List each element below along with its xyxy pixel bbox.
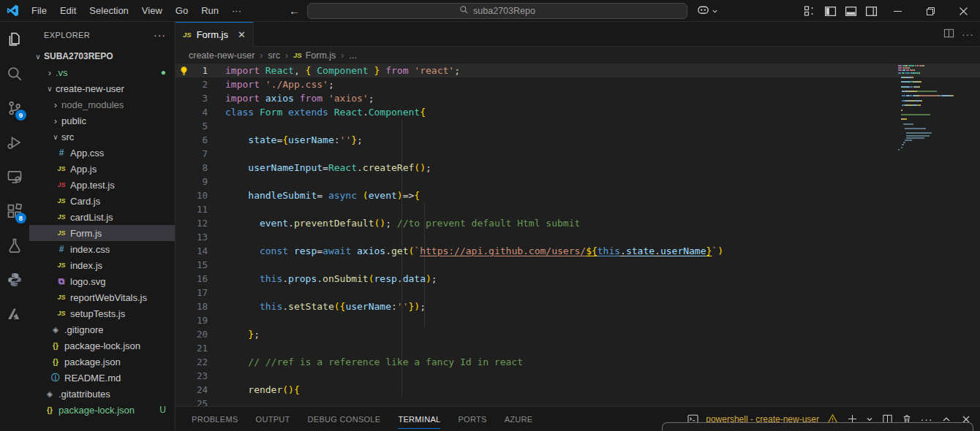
code-line-20[interactable]: 20 }; bbox=[176, 327, 980, 341]
tree-item-label: .gitignore bbox=[64, 324, 103, 335]
panel-tab-terminal[interactable]: TERMINAL bbox=[398, 409, 440, 429]
activity-explorer-icon[interactable] bbox=[0, 22, 29, 56]
activity-python-icon[interactable] bbox=[0, 262, 29, 297]
tree-item-label: cardList.js bbox=[70, 212, 113, 223]
back-arrow-icon[interactable]: ← bbox=[289, 4, 300, 17]
file-setuptestsjs[interactable]: JSsetupTests.js bbox=[29, 305, 175, 321]
panel-tab-output[interactable]: OUTPUT bbox=[256, 409, 290, 429]
code-line-24[interactable]: 24 render(){ bbox=[176, 383, 980, 397]
file-packagelockjson[interactable]: {}package-lock.jsonU bbox=[29, 402, 175, 418]
breadcrumb[interactable]: create-new-user›src›JSForm.js›... bbox=[176, 47, 980, 64]
menu-[interactable]: ··· bbox=[225, 3, 248, 18]
breadcrumb-item[interactable]: create-new-user bbox=[189, 50, 255, 61]
menu-edit[interactable]: Edit bbox=[53, 3, 83, 18]
file-cardlistjs[interactable]: JScardList.js bbox=[29, 209, 175, 225]
chevron-down-icon: ∨ bbox=[32, 53, 44, 61]
split-editor-icon[interactable] bbox=[943, 28, 954, 42]
code-editor[interactable]: 1import React, { Component } from 'react… bbox=[176, 64, 980, 406]
panel-tab-azure[interactable]: AZURE bbox=[505, 409, 533, 429]
code-line-22[interactable]: 22 // //ref is a reference like a fancy … bbox=[176, 355, 980, 369]
code-line-16[interactable]: 16 this.props.onSubmit(resp.data); bbox=[176, 272, 980, 286]
code-line-9[interactable]: 9 bbox=[176, 175, 980, 188]
file-indexjs[interactable]: JSindex.js bbox=[29, 257, 175, 273]
code-line-19[interactable]: 19 bbox=[176, 313, 980, 327]
folder-public[interactable]: ›public bbox=[29, 112, 175, 129]
file-reportwebvitalsjs[interactable]: JSreportWebVitals.js bbox=[29, 289, 175, 305]
menu-go[interactable]: Go bbox=[169, 3, 195, 18]
menu-selection[interactable]: Selection bbox=[83, 3, 135, 18]
restore-button[interactable] bbox=[914, 0, 947, 22]
breadcrumb-item[interactable]: ... bbox=[349, 50, 356, 61]
menu-run[interactable]: Run bbox=[195, 3, 225, 18]
code-text: import React, { Component } from 'react'… bbox=[208, 64, 460, 77]
code-line-8[interactable]: 8 userNameInput=React.createRef(); bbox=[176, 161, 980, 175]
panel-tab-problems[interactable]: PROBLEMS bbox=[192, 409, 238, 429]
folder-nodemodules[interactable]: ›node_modules bbox=[29, 96, 175, 112]
activity-search-icon[interactable] bbox=[0, 56, 29, 91]
code-line-13[interactable]: 13 bbox=[176, 230, 980, 244]
code-line-6[interactable]: 6 state={userName:''}; bbox=[176, 133, 980, 147]
file-cardjs[interactable]: JSCard.js bbox=[29, 193, 175, 209]
lightbulb-icon[interactable] bbox=[176, 64, 192, 77]
close-window-button[interactable] bbox=[947, 0, 980, 22]
toggle-primary-sidebar-icon[interactable] bbox=[820, 1, 840, 20]
file-appcss[interactable]: #App.css bbox=[29, 145, 175, 161]
tab-close-icon[interactable]: ✕ bbox=[238, 29, 246, 40]
code-line-11[interactable]: 11 bbox=[176, 202, 980, 216]
file-indexcss[interactable]: #index.css bbox=[29, 241, 175, 257]
file-appjs[interactable]: JSApp.js bbox=[29, 161, 175, 177]
code-line-3[interactable]: 3import axios from 'axios'; bbox=[176, 91, 980, 105]
code-line-1[interactable]: 1import React, { Component } from 'react… bbox=[176, 64, 980, 77]
file-readmemd[interactable]: ⓘREADME.md bbox=[29, 370, 175, 386]
extensions-badge: 8 bbox=[15, 213, 26, 224]
file-formjs[interactable]: JSForm.js bbox=[29, 225, 175, 241]
activity-azure-icon[interactable] bbox=[0, 297, 29, 331]
file-gitignore[interactable]: ◈.gitignore bbox=[29, 321, 175, 337]
code-line-14[interactable]: 14 const resp=await axios.get(`https://a… bbox=[176, 244, 980, 258]
code-line-18[interactable]: 18 this.setState({userName:''}); bbox=[176, 300, 980, 313]
toggle-secondary-sidebar-icon[interactable] bbox=[861, 1, 881, 20]
panel-tab-ports[interactable]: PORTS bbox=[458, 409, 486, 429]
code-line-7[interactable]: 7 bbox=[176, 147, 980, 161]
minimize-button[interactable] bbox=[881, 0, 914, 22]
code-line-23[interactable]: 23 bbox=[176, 369, 980, 383]
code-line-25[interactable]: 25 bbox=[176, 397, 980, 406]
breadcrumb-item[interactable]: JSForm.js bbox=[293, 50, 336, 61]
code-line-2[interactable]: 2import './App.css'; bbox=[176, 77, 980, 91]
activity-source-control-icon[interactable]: 9 bbox=[0, 91, 29, 125]
editor-more-actions-icon[interactable]: ··· bbox=[962, 28, 974, 40]
code-line-15[interactable]: 15 bbox=[176, 258, 980, 272]
file-packagejson[interactable]: {}package.json bbox=[29, 354, 175, 370]
panel-tab-debug-console[interactable]: DEBUG CONSOLE bbox=[308, 409, 381, 429]
code-line-5[interactable]: 5 bbox=[176, 119, 980, 133]
activity-extensions-icon[interactable]: 8 bbox=[0, 194, 29, 228]
terminal-input-box[interactable] bbox=[662, 422, 973, 431]
toggle-panel-icon[interactable] bbox=[840, 1, 861, 20]
file-packagelockjson[interactable]: {}package-lock.json bbox=[29, 337, 175, 354]
folder-suba2703repo[interactable]: ∨SUBA2703REPO bbox=[29, 48, 175, 64]
folder-createnewuser[interactable]: ∨create-new-user bbox=[29, 80, 175, 96]
folder-src[interactable]: ∨src bbox=[29, 129, 175, 145]
minimap[interactable] bbox=[898, 65, 961, 151]
copilot-menu[interactable] bbox=[696, 0, 718, 22]
code-line-21[interactable]: 21 bbox=[176, 341, 980, 355]
code-line-10[interactable]: 10 handleSubmit= async (event)=>{ bbox=[176, 188, 980, 202]
breadcrumb-item[interactable]: src bbox=[268, 50, 280, 61]
activity-remote-explorer-icon[interactable] bbox=[0, 159, 29, 194]
activity-run-debug-icon[interactable] bbox=[0, 125, 29, 159]
file-gitattributes[interactable]: ◈.gitattributes bbox=[29, 386, 175, 402]
code-line-17[interactable]: 17 bbox=[176, 286, 980, 300]
code-line-12[interactable]: 12 event.preventDefault(); //to prevent … bbox=[176, 216, 980, 230]
command-center-search[interactable]: suba2703Repo bbox=[307, 3, 687, 19]
file-logosvg[interactable]: ⧉logo.svg bbox=[29, 273, 175, 289]
menu-file[interactable]: File bbox=[25, 3, 53, 18]
file-apptestjs[interactable]: JSApp.test.js bbox=[29, 177, 175, 193]
customize-layout-icon[interactable] bbox=[799, 1, 820, 20]
code-line-4[interactable]: 4class Form extends React.Component{ bbox=[176, 105, 980, 119]
line-number: 18 bbox=[192, 300, 208, 313]
menu-view[interactable]: View bbox=[135, 3, 169, 18]
tab-formjs[interactable]: JS Form.js ✕ bbox=[176, 22, 254, 47]
activity-testing-icon[interactable] bbox=[0, 228, 29, 262]
folder-vs[interactable]: ›.vs● bbox=[29, 64, 175, 80]
explorer-more-actions-icon[interactable]: ··· bbox=[154, 29, 166, 41]
